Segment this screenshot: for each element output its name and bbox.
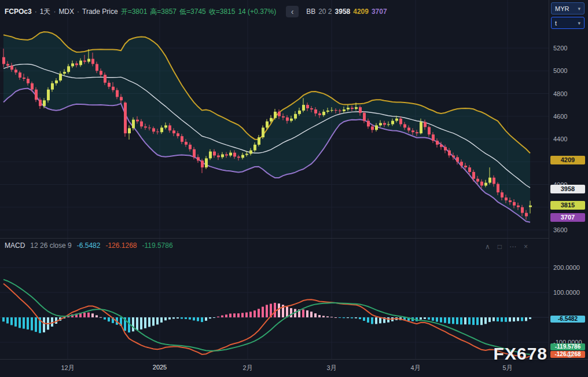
macd-line-value: -126.1268: [105, 241, 137, 250]
ohlc-close: 收=3815: [209, 7, 236, 17]
legend-collapse-button[interactable]: ‹: [286, 6, 299, 17]
bb-lower-value: 3707: [372, 8, 387, 16]
macd-tick: 100.0000: [553, 289, 580, 296]
ohlc-open: 开=3801: [121, 7, 148, 17]
fx678-logo-icon: ⊙: [567, 350, 574, 359]
pane-maximize-icon[interactable]: □: [498, 243, 502, 251]
pane-separator[interactable]: [0, 238, 588, 239]
bb-basis-value: 3958: [335, 8, 351, 16]
macd-hist-badge: -6.5482: [550, 316, 585, 323]
pane-collapse-icon[interactable]: ∧: [485, 243, 490, 251]
bb-basis-badge: 3958: [550, 185, 585, 193]
price-pane[interactable]: [0, 0, 549, 238]
time-label: 12月: [61, 364, 74, 372]
ohlc-low: 低=3745: [179, 7, 206, 17]
price-chart-svg: [0, 0, 549, 238]
exchange-label: MDX: [58, 8, 74, 16]
scale-selector[interactable]: t ▾: [551, 17, 585, 29]
time-label: 3月: [326, 364, 336, 372]
price-tick: 3600: [553, 226, 567, 233]
macd-signal-value: -119.5786: [142, 241, 172, 250]
time-label: 2月: [242, 364, 252, 372]
time-label: 2025: [153, 364, 167, 371]
macd-legend: MACD 12 26 close 9 -6.5482 -126.1268 -11…: [5, 241, 173, 250]
macd-hist-value: -6.5482: [77, 241, 101, 250]
time-label: 4月: [410, 364, 420, 372]
price-tick: 4600: [553, 113, 567, 120]
interval-label[interactable]: 1天: [40, 7, 51, 17]
pane-more-icon[interactable]: ⋯: [509, 243, 516, 251]
legend-separator: ·: [35, 8, 37, 16]
bb-indicator-params: 20 2: [318, 8, 332, 16]
bb-indicator-label[interactable]: BB: [306, 8, 315, 16]
legend-separator: ·: [77, 8, 79, 16]
fx678-watermark: FX678: [494, 344, 547, 364]
price-tick: 5200: [553, 45, 567, 52]
legend-separator: ·: [53, 8, 56, 16]
currency-label: MYR: [555, 5, 569, 12]
price-scale[interactable]: MYR ▾ t ▾ 5200500048004600440040003600 4…: [549, 0, 588, 359]
macd-indicator-label[interactable]: MACD: [5, 241, 25, 250]
chevron-down-icon: ▾: [578, 20, 580, 26]
pane-close-icon[interactable]: ×: [524, 243, 528, 251]
symbol-legend: FCPOc3 · 1天 · MDX · Trade Price 开=3801 高…: [5, 6, 387, 17]
bb-upper-value: 4209: [353, 8, 369, 16]
macd-pane-controls: ∧ □ ⋯ ×: [485, 243, 528, 251]
last-price-badge: 3815: [550, 201, 585, 210]
macd-chart-svg: [0, 238, 549, 359]
scale-label: t: [555, 20, 557, 27]
bb-lower-badge: 3707: [550, 213, 585, 222]
price-tick: 4800: [553, 90, 567, 97]
macd-indicator-params: 12 26 close 9: [30, 241, 71, 250]
chevron-down-icon: ▾: [578, 6, 580, 12]
price-tick: 4400: [553, 136, 567, 142]
trading-chart-app: FCPOc3 · 1天 · MDX · Trade Price 开=3801 高…: [0, 0, 588, 377]
macd-tick: 200.0000: [553, 264, 580, 271]
price-tick: 5000: [553, 67, 567, 74]
symbol-name[interactable]: FCPOc3: [5, 8, 32, 16]
currency-selector[interactable]: MYR ▾: [551, 2, 585, 14]
ohlc-high: 高=3857: [150, 7, 177, 17]
change-value: 14 (+0.37%): [238, 8, 276, 16]
time-label: 5月: [502, 364, 512, 372]
bb-upper-badge: 4209: [550, 156, 585, 164]
macd-pane[interactable]: [0, 238, 549, 359]
series-type-label: Trade Price: [82, 8, 118, 16]
axis-corner-controls: MYR ▾ t ▾: [549, 0, 588, 32]
